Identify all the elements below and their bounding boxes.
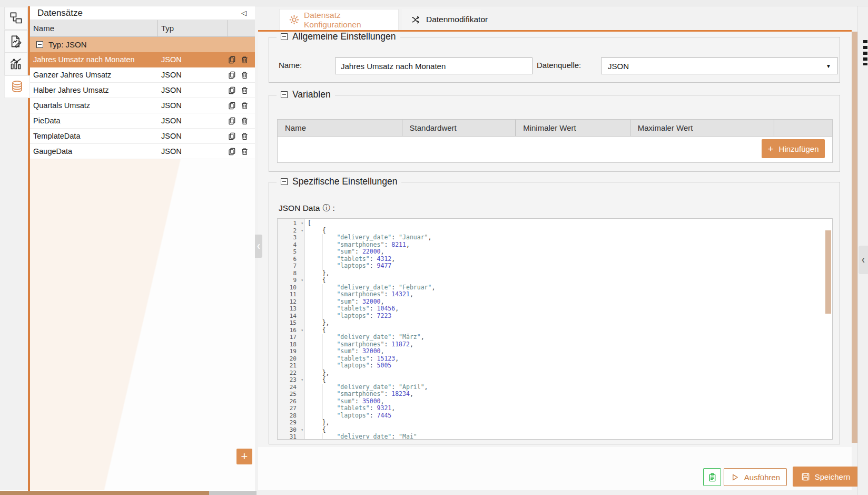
editor-line-number: 26	[278, 398, 304, 405]
gear-icon	[289, 15, 299, 25]
editor-code-line: "tablets": 15123,	[308, 355, 832, 363]
shuffle-icon	[411, 15, 421, 25]
copy-icon[interactable]	[228, 117, 236, 125]
tab-label: Datensatz Konfigurationen	[304, 11, 389, 30]
run-button[interactable]: Ausführen	[724, 468, 787, 486]
fold-arrow-icon[interactable]: ▾	[301, 426, 303, 434]
play-icon	[731, 473, 739, 482]
datasets-panel: Datensätze ◁ Name Typ Typ: JSON Jahres U…	[30, 6, 255, 490]
tab-datensatz-konfigurationen[interactable]: Datensatz Konfigurationen	[279, 9, 399, 30]
editor-line-number: 11	[278, 291, 304, 298]
editor-code-line: "laptops": 7223	[308, 313, 832, 320]
name-input[interactable]	[335, 57, 532, 74]
editor-line-number: 2▾	[278, 227, 304, 235]
dataset-row[interactable]: Halber Jahres UmsatzJSON	[30, 83, 255, 98]
editor-code-line: "delivery_date": "Februar",	[308, 284, 832, 292]
trash-icon[interactable]	[241, 56, 249, 64]
editor-code-line: [	[308, 220, 832, 227]
datasource-select[interactable]: JSON ▼	[601, 57, 838, 74]
collapse-section-icon[interactable]	[281, 178, 288, 185]
copy-icon[interactable]	[228, 102, 236, 110]
editor-code-line: "smartphones": 11872,	[308, 341, 832, 348]
editor-code-line: "sum": 35000,	[308, 398, 832, 405]
editor-code-line: "laptops": 5005	[308, 362, 832, 370]
dataset-row[interactable]: GaugeDataJSON	[30, 144, 255, 159]
dataset-row[interactable]: Jahres Umsatz nach MonatenJSON	[30, 52, 255, 67]
name-label: Name:	[279, 61, 302, 70]
save-button[interactable]: Speichern	[793, 467, 859, 487]
chevron-down-icon: ▼	[826, 63, 831, 69]
dataset-row-actions	[228, 71, 255, 79]
editor-code-line: "tablets": 9321,	[308, 405, 832, 412]
collapse-section-icon[interactable]	[281, 33, 288, 40]
editor-code-area[interactable]: [ { "delivery_date": "Januar", "smartpho…	[305, 219, 832, 439]
dataset-row[interactable]: Quartals UmsatzJSON	[30, 98, 255, 113]
column-header-actions	[228, 20, 255, 36]
info-icon[interactable]: ⓘ	[322, 203, 330, 213]
dataset-type: JSON	[158, 132, 228, 140]
sidebar-item-reports[interactable]	[4, 30, 28, 53]
dataset-row[interactable]: Ganzer Jahres UmsatzJSON	[30, 67, 255, 83]
dataset-group-row[interactable]: Typ: JSON	[30, 37, 255, 52]
variables-column-header: Minimaler Wert	[516, 120, 630, 136]
trash-icon[interactable]	[241, 148, 249, 156]
trash-icon[interactable]	[241, 102, 249, 110]
legend-text: Spezifische Einstellungen	[292, 176, 397, 187]
dataset-row-actions	[228, 132, 255, 140]
fold-arrow-icon[interactable]: ▾	[301, 227, 303, 235]
chart-icon	[9, 57, 23, 71]
dataset-name: GaugeData	[30, 147, 158, 156]
variables-column-header: Maximaler Wert	[630, 120, 774, 136]
copy-icon[interactable]	[228, 86, 236, 94]
add-variable-label: Hinzufügen	[779, 144, 819, 153]
fold-arrow-icon[interactable]: ▾	[301, 376, 303, 384]
variables-column-header: Standardwert	[402, 120, 516, 136]
dataset-rows: Jahres Umsatz nach MonatenJSONGanzer Jah…	[30, 52, 255, 159]
trash-icon[interactable]	[241, 71, 249, 79]
page-bottom-strip	[257, 490, 868, 495]
json-code-editor[interactable]: 1▾2▾3456789▾10111213141516▾1718192021222…	[277, 218, 833, 440]
trash-icon[interactable]	[241, 132, 249, 140]
page-scrollbar[interactable]	[852, 32, 857, 443]
fold-arrow-icon[interactable]: ▾	[301, 327, 303, 334]
copy-icon[interactable]	[228, 56, 236, 64]
datasource-value: JSON	[608, 62, 629, 71]
add-dataset-button[interactable]: +	[236, 449, 252, 464]
column-header-name: Name	[30, 20, 158, 36]
sidebar-item-charts[interactable]	[4, 53, 28, 75]
sidebar-item-structure[interactable]	[4, 7, 28, 30]
panel-bottom-strip-gray	[209, 491, 257, 495]
trash-icon[interactable]	[241, 117, 249, 125]
copy-icon[interactable]	[228, 148, 236, 156]
trash-icon[interactable]	[241, 86, 249, 94]
dataset-row-actions	[228, 148, 255, 156]
dataset-row[interactable]: PieDataJSON	[30, 113, 255, 129]
editor-code-line: {	[308, 426, 832, 434]
add-variable-button[interactable]: + Hinzufügen	[762, 139, 825, 158]
sidebar-item-datasets[interactable]	[4, 75, 30, 98]
sitemap-icon	[9, 11, 23, 25]
collapse-section-icon[interactable]	[281, 91, 288, 98]
editor-code-line: {	[308, 327, 832, 334]
editor-line-number: 1▾	[278, 220, 304, 227]
dataset-row[interactable]: TemplateDataJSON	[30, 129, 255, 144]
fold-arrow-icon[interactable]: ▾	[301, 277, 303, 284]
tab-datenmodifikator[interactable]: Datenmodifikator	[402, 9, 481, 30]
dataset-row-actions	[228, 102, 255, 110]
editor-scrollbar-thumb[interactable]	[825, 230, 831, 314]
variables-column-header: Name	[278, 120, 402, 136]
collapse-group-icon[interactable]	[36, 41, 43, 48]
legend-text: Variablen	[292, 89, 331, 100]
variables-legend: Variablen	[277, 89, 335, 100]
json-data-label: JSON Data	[279, 203, 320, 213]
editor-code-line: "delivery_date": "April",	[308, 384, 832, 391]
right-panel-collapse-handle[interactable]: ❮	[859, 246, 868, 274]
fold-arrow-icon[interactable]: ▾	[301, 220, 303, 227]
specific-settings-legend: Spezifische Einstellungen	[277, 176, 401, 187]
collapse-panel-icon[interactable]: ◁	[241, 9, 246, 16]
copy-icon[interactable]	[228, 132, 236, 140]
validate-button[interactable]	[703, 468, 721, 486]
copy-icon[interactable]	[228, 71, 236, 79]
left-panel-collapse-handle[interactable]: ❮	[255, 235, 262, 258]
editor-line-number: 12	[278, 298, 304, 306]
